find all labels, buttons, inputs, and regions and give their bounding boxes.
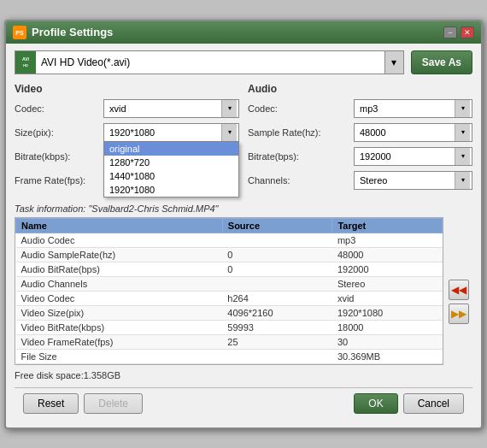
next-button[interactable]: ▶▶ (449, 304, 469, 324)
title-controls: − ✕ (443, 27, 474, 38)
table-cell-target: 192000 (332, 262, 443, 276)
data-table: Name Source Target Audio Codecmp3Audio S… (15, 217, 443, 365)
table-cell-name: Video BitRate(kbps) (16, 320, 223, 334)
audio-bitrate-arrow: ▾ (455, 148, 470, 165)
video-size-select[interactable]: 1920*1080 ▾ (103, 123, 239, 142)
svg-text:HD: HD (23, 63, 28, 68)
size-option-1920[interactable]: 1920*1080 (104, 183, 238, 197)
video-codec-arrow: ▾ (221, 100, 237, 117)
table-cell-name: Audio SampleRate(hz) (16, 247, 223, 262)
table-row: Video Size(pix)4096*21601920*1080 (16, 305, 443, 320)
table-cell-target: 30.369MB (332, 349, 443, 363)
bottom-left-buttons: Reset Delete (23, 393, 143, 414)
table-cell-target: Stereo (332, 276, 443, 291)
table-cell-name: Audio Codec (16, 233, 223, 247)
video-section-title: Video (15, 83, 239, 95)
nav-arrows: ◀◀ ▶▶ (445, 217, 472, 387)
table-cell-source (222, 233, 332, 247)
audio-codec-arrow: ▾ (455, 100, 470, 117)
window-icon: PS (13, 26, 26, 39)
content-area: AVI HD AVI HD Video(*.avi) ▾ Save As Vid… (6, 44, 481, 427)
audio-channels-label: Channels: (248, 175, 350, 186)
settings-panels: Video Codec: xvid ▾ Size(pix): 1920*1080… (15, 83, 472, 195)
table-row: Video BitRate(kbps)5999318000 (16, 320, 443, 334)
profile-row: AVI HD AVI HD Video(*.avi) ▾ Save As (15, 50, 472, 74)
audio-codec-value: mp3 (356, 103, 381, 114)
table-cell-name: File Size (16, 349, 223, 363)
audio-codec-label: Codec: (248, 103, 350, 114)
col-header-name: Name (16, 218, 223, 233)
title-bar: PS Profile Settings − ✕ (6, 21, 481, 44)
table-cell-source: 25 (222, 334, 332, 349)
table-cell-source: h264 (222, 291, 332, 305)
table-section: Name Source Target Audio Codecmp3Audio S… (15, 217, 472, 387)
delete-button[interactable]: Delete (84, 393, 143, 414)
table-row: Audio Codecmp3 (16, 233, 443, 247)
cancel-button[interactable]: Cancel (403, 393, 464, 414)
prev-button[interactable]: ◀◀ (449, 280, 469, 300)
minimize-button[interactable]: − (443, 27, 457, 38)
table-main: Name Source Target Audio Codecmp3Audio S… (15, 217, 443, 387)
profile-select[interactable]: AVI HD AVI HD Video(*.avi) ▾ (15, 50, 404, 74)
video-framerate-label: Frame Rate(fps): (15, 175, 100, 186)
profile-settings-window: PS Profile Settings − ✕ AVI HD AVI HD V (4, 20, 483, 429)
reset-button[interactable]: Reset (23, 393, 79, 414)
audio-bitrate-select[interactable]: 192000 ▾ (354, 147, 472, 166)
audio-samplerate-value: 48000 (356, 127, 390, 138)
table-cell-name: Video Codec (16, 291, 223, 305)
audio-samplerate-row: Sample Rate(hz): 48000 ▾ (248, 123, 472, 142)
table-row: Video Codech264xvid (16, 291, 443, 305)
table-cell-target: 18000 (332, 320, 443, 334)
video-size-value: 1920*1080 (106, 127, 158, 138)
table-cell-source (222, 349, 332, 363)
table-cell-name: Video Size(pix) (16, 305, 223, 320)
col-header-target: Target (332, 218, 443, 233)
video-size-arrow: ▾ (221, 124, 237, 141)
video-panel: Video Codec: xvid ▾ Size(pix): 1920*1080… (15, 83, 239, 195)
audio-channels-arrow: ▾ (455, 172, 470, 189)
audio-channels-select[interactable]: Stereo ▾ (354, 171, 472, 190)
audio-panel: Audio Codec: mp3 ▾ Sample Rate(hz): 4800… (248, 83, 472, 195)
audio-bitrate-row: Bitrate(bps): 192000 ▾ (248, 147, 472, 166)
table-row: Video FrameRate(fps)2530 (16, 334, 443, 349)
table-cell-target: mp3 (332, 233, 443, 247)
video-size-label: Size(pix): (15, 127, 100, 138)
table-cell-target: 48000 (332, 247, 443, 262)
table-cell-source: 4096*2160 (222, 305, 332, 320)
table-row: File Size30.369MB (16, 349, 443, 363)
size-option-original[interactable]: original (104, 142, 238, 156)
table-row: Audio SampleRate(hz)048000 (16, 247, 443, 262)
profile-dropdown-arrow[interactable]: ▾ (384, 51, 403, 74)
video-size-dropdown-container: 1920*1080 ▾ original 1280*720 1440*1080 … (103, 123, 239, 142)
audio-section-title: Audio (248, 83, 472, 95)
window-title: Profile Settings (32, 26, 113, 38)
audio-codec-select[interactable]: mp3 ▾ (354, 99, 472, 118)
bottom-bar: Reset Delete OK Cancel (15, 387, 472, 421)
table-cell-name: Audio BitRate(bps) (16, 262, 223, 276)
profile-format-icon: AVI HD (15, 51, 36, 74)
save-as-button[interactable]: Save As (411, 50, 472, 74)
table-row: Audio ChannelsStereo (16, 276, 443, 291)
audio-samplerate-select[interactable]: 48000 ▾ (354, 123, 472, 142)
size-option-1280[interactable]: 1280*720 (104, 156, 238, 169)
table-cell-target: xvid (332, 291, 443, 305)
audio-samplerate-label: Sample Rate(hz): (248, 127, 350, 138)
video-codec-row: Codec: xvid ▾ (15, 99, 239, 118)
bottom-right-buttons: OK Cancel (354, 393, 464, 414)
close-button[interactable]: ✕ (461, 27, 474, 38)
size-option-1440[interactable]: 1440*1080 (104, 169, 238, 183)
table-cell-target: 30 (332, 334, 443, 349)
info-table: Name Source Target Audio Codecmp3Audio S… (15, 218, 443, 364)
video-size-dropdown[interactable]: original 1280*720 1440*1080 1920*1080 (103, 142, 239, 197)
table-cell-source: 0 (222, 247, 332, 262)
video-codec-select[interactable]: xvid ▾ (103, 99, 239, 118)
ok-button[interactable]: OK (354, 393, 397, 414)
svg-text:PS: PS (15, 30, 24, 36)
table-cell-source: 0 (222, 262, 332, 276)
table-cell-source: 59993 (222, 320, 332, 334)
audio-channels-row: Channels: Stereo ▾ (248, 171, 472, 190)
audio-codec-row: Codec: mp3 ▾ (248, 99, 472, 118)
video-codec-value: xvid (106, 103, 130, 114)
audio-bitrate-label: Bitrate(bps): (248, 151, 350, 162)
title-bar-left: PS Profile Settings (13, 26, 113, 39)
